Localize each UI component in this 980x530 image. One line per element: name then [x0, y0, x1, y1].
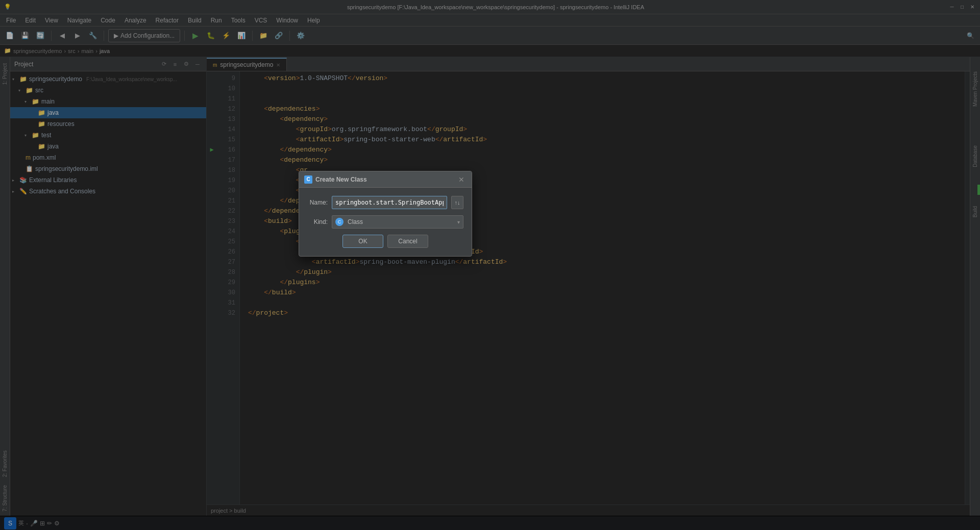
- dialog-kind-select[interactable]: C Class ▾: [332, 215, 463, 229]
- dialog-buttons: OK Cancel: [307, 235, 463, 248]
- dialog-body: Name: ↑↓ Kind: C Class ▾ OK: [299, 188, 472, 256]
- dialog-cancel-button[interactable]: Cancel: [387, 235, 428, 248]
- class-type-icon: C: [335, 218, 344, 226]
- dialog-kind-value: Class: [348, 218, 363, 225]
- dialog-name-row: Name: ↑↓: [307, 196, 463, 209]
- dialog-close-button[interactable]: ✕: [456, 174, 467, 185]
- create-new-class-dialog: C Create New Class ✕ Name: ↑↓ Kind: C Cl…: [299, 171, 472, 257]
- dialog-kind-label: Kind:: [307, 218, 328, 225]
- dialog-title: Create New Class: [315, 176, 456, 183]
- dialog-ok-button[interactable]: OK: [342, 235, 383, 248]
- dialog-select-content: C Class: [335, 218, 363, 226]
- dialog-name-input[interactable]: [332, 196, 447, 209]
- dialog-kind-row: Kind: C Class ▾: [307, 215, 463, 229]
- dialog-name-label: Name:: [307, 199, 328, 206]
- dropdown-arrow-icon: ▾: [457, 219, 460, 225]
- dialog-title-bar: C Create New Class ✕: [299, 171, 472, 188]
- dialog-sort-button[interactable]: ↑↓: [451, 196, 463, 209]
- dialog-overlay: C Create New Class ✕ Name: ↑↓ Kind: C Cl…: [0, 0, 980, 530]
- dialog-icon: C: [304, 175, 312, 184]
